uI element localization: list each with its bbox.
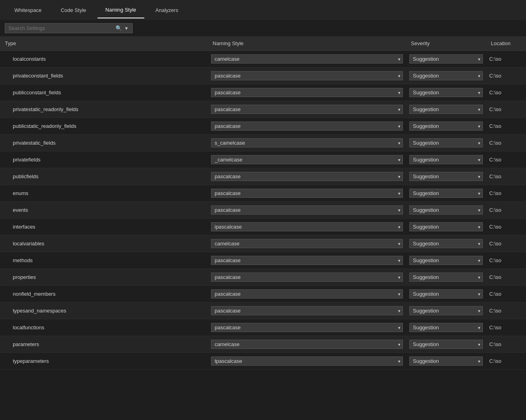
row-severity-publicstatic_readonly_fields: SuggestionWarningErrorSilentNone: [406, 120, 486, 132]
severity-select-events[interactable]: SuggestionWarningErrorSilentNone: [409, 205, 483, 215]
severity-select-localvariables[interactable]: SuggestionWarningErrorSilentNone: [409, 239, 483, 248]
header-severity: Severity: [406, 39, 486, 48]
severity-dropdown-wrapper-events: SuggestionWarningErrorSilentNone: [409, 205, 483, 215]
row-naming-typeparameters: tpascalcasecamelcasepascalcases_camelcas…: [208, 355, 406, 367]
row-location-publicstatic_readonly_fields: C:\so: [486, 121, 526, 131]
naming-dropdown-wrapper-interfaces: ipascalcasecamelcasepascalcases_camelcas…: [211, 222, 403, 231]
tab-analyzers[interactable]: Analyzers: [147, 2, 186, 18]
severity-dropdown-wrapper-localfunctions: SuggestionWarningErrorSilentNone: [409, 323, 483, 332]
table-row: privatestatic_readonly_fieldspascalcasec…: [0, 101, 526, 118]
severity-select-publicfields[interactable]: SuggestionWarningErrorSilentNone: [409, 172, 483, 181]
row-naming-publicfields: pascalcasecamelcases_camelcase_camelcase…: [208, 170, 406, 183]
naming-style-select-events[interactable]: pascalcasecamelcases_camelcase_camelcase…: [211, 205, 403, 215]
severity-dropdown-wrapper-parameters: SuggestionWarningErrorSilentNone: [409, 340, 483, 349]
table-row: localconstantscamelcasepascalcases_camel…: [0, 51, 526, 68]
row-naming-publicstatic_readonly_fields: pascalcasecamelcases_camelcase_camelcase…: [208, 120, 406, 132]
table-row: publicstatic_readonly_fieldspascalcaseca…: [0, 118, 526, 135]
row-naming-typesand_namespaces: pascalcasecamelcases_camelcase_camelcase…: [208, 305, 406, 317]
naming-style-select-typesand_namespaces[interactable]: pascalcasecamelcases_camelcase_camelcase…: [211, 306, 403, 315]
naming-style-select-privatestatic_fields[interactable]: s_camelcasecamelcasepascalcase_camelcase…: [211, 138, 403, 147]
row-severity-typesand_namespaces: SuggestionWarningErrorSilentNone: [406, 305, 486, 317]
row-naming-localfunctions: pascalcasecamelcases_camelcase_camelcase…: [208, 321, 406, 334]
naming-style-select-privateconstant_fields[interactable]: pascalcasecamelcases_camelcase_camelcase…: [211, 71, 403, 80]
naming-style-select-privatestatic_readonly_fields[interactable]: pascalcasecamelcases_camelcase_camelcase…: [211, 105, 403, 114]
search-input[interactable]: [8, 25, 114, 31]
naming-style-select-nonfield_members[interactable]: pascalcasecamelcases_camelcase_camelcase…: [211, 289, 403, 299]
row-location-publicfields: C:\so: [486, 172, 526, 181]
row-location-privatefields: C:\so: [486, 155, 526, 164]
tab-whitespace[interactable]: Whitespace: [6, 2, 50, 18]
severity-dropdown-wrapper-localconstants: SuggestionWarningErrorSilentNone: [409, 54, 483, 64]
row-type-privatefields: privatefields: [0, 154, 208, 165]
severity-select-publicconstant_fields[interactable]: SuggestionWarningErrorSilentNone: [409, 88, 483, 97]
naming-dropdown-wrapper-publicstatic_readonly_fields: pascalcasecamelcases_camelcase_camelcase…: [211, 121, 403, 131]
tab-code-style[interactable]: Code Style: [53, 2, 94, 18]
naming-style-select-localconstants[interactable]: camelcasepascalcases_camelcase_camelcase…: [211, 54, 403, 64]
row-location-privatestatic_readonly_fields: C:\so: [486, 105, 526, 114]
table-row: nonfield_memberspascalcasecamelcases_cam…: [0, 286, 526, 303]
severity-select-typesand_namespaces[interactable]: SuggestionWarningErrorSilentNone: [409, 306, 483, 315]
naming-dropdown-wrapper-localconstants: camelcasepascalcases_camelcase_camelcase…: [211, 54, 403, 64]
severity-dropdown-wrapper-publicconstant_fields: SuggestionWarningErrorSilentNone: [409, 88, 483, 97]
naming-dropdown-wrapper-typesand_namespaces: pascalcasecamelcases_camelcase_camelcase…: [211, 306, 403, 315]
row-severity-localconstants: SuggestionWarningErrorSilentNone: [406, 53, 486, 65]
naming-style-select-publicconstant_fields[interactable]: pascalcasecamelcases_camelcase_camelcase…: [211, 88, 403, 97]
row-type-publicconstant_fields: publicconstant_fields: [0, 87, 208, 98]
naming-style-select-localfunctions[interactable]: pascalcasecamelcases_camelcase_camelcase…: [211, 323, 403, 332]
severity-select-publicstatic_readonly_fields[interactable]: SuggestionWarningErrorSilentNone: [409, 121, 483, 131]
row-location-interfaces: C:\so: [486, 222, 526, 231]
severity-select-privatestatic_fields[interactable]: SuggestionWarningErrorSilentNone: [409, 138, 483, 147]
naming-style-select-localvariables[interactable]: camelcasepascalcases_camelcase_camelcase…: [211, 239, 403, 248]
header-naming-style: Naming Style: [208, 39, 406, 48]
severity-select-typeparameters[interactable]: SuggestionWarningErrorSilentNone: [409, 356, 483, 366]
row-naming-interfaces: ipascalcasecamelcasepascalcases_camelcas…: [208, 221, 406, 233]
severity-select-privateconstant_fields[interactable]: SuggestionWarningErrorSilentNone: [409, 71, 483, 80]
row-naming-parameters: camelcasepascalcases_camelcase_camelcase…: [208, 338, 406, 350]
severity-select-privatefields[interactable]: SuggestionWarningErrorSilentNone: [409, 155, 483, 164]
table-container: Type Naming Style Severity Location loca…: [0, 36, 526, 370]
severity-select-localfunctions[interactable]: SuggestionWarningErrorSilentNone: [409, 323, 483, 332]
naming-style-select-parameters[interactable]: camelcasepascalcases_camelcase_camelcase…: [211, 340, 403, 349]
row-location-typeparameters: C:\so: [486, 356, 526, 366]
tab-naming-style[interactable]: Naming Style: [98, 2, 144, 18]
severity-select-localconstants[interactable]: SuggestionWarningErrorSilentNone: [409, 54, 483, 64]
severity-dropdown-wrapper-typeparameters: SuggestionWarningErrorSilentNone: [409, 356, 483, 366]
naming-dropdown-wrapper-privatestatic_readonly_fields: pascalcasecamelcases_camelcase_camelcase…: [211, 105, 403, 114]
naming-dropdown-wrapper-privatestatic_fields: s_camelcasecamelcasepascalcase_camelcase…: [211, 138, 403, 147]
table-header: Type Naming Style Severity Location: [0, 36, 526, 51]
naming-style-select-interfaces[interactable]: ipascalcasecamelcasepascalcases_camelcas…: [211, 222, 403, 231]
row-naming-events: pascalcasecamelcases_camelcase_camelcase…: [208, 204, 406, 216]
table-row: privatestatic_fieldss_camelcasecamelcase…: [0, 135, 526, 151]
row-type-parameters: parameters: [0, 339, 208, 350]
row-severity-privateconstant_fields: SuggestionWarningErrorSilentNone: [406, 70, 486, 82]
row-type-localconstants: localconstants: [0, 54, 208, 64]
row-naming-nonfield_members: pascalcasecamelcases_camelcase_camelcase…: [208, 288, 406, 300]
naming-dropdown-wrapper-publicfields: pascalcasecamelcases_camelcase_camelcase…: [211, 172, 403, 181]
naming-dropdown-wrapper-privatefields: _camelcasecamelcasepascalcases_camelcase…: [211, 155, 403, 164]
tab-bar: Whitespace Code Style Naming Style Analy…: [0, 0, 526, 20]
severity-select-nonfield_members[interactable]: SuggestionWarningErrorSilentNone: [409, 289, 483, 299]
severity-select-interfaces[interactable]: SuggestionWarningErrorSilentNone: [409, 222, 483, 231]
row-location-events: C:\so: [486, 205, 526, 215]
naming-style-select-publicfields[interactable]: pascalcasecamelcases_camelcase_camelcase…: [211, 172, 403, 181]
naming-style-select-methods[interactable]: pascalcasecamelcases_camelcase_camelcase…: [211, 256, 403, 265]
naming-dropdown-wrapper-privateconstant_fields: pascalcasecamelcases_camelcase_camelcase…: [211, 71, 403, 80]
row-severity-parameters: SuggestionWarningErrorSilentNone: [406, 338, 486, 350]
search-icon-button[interactable]: 🔍: [114, 25, 123, 31]
severity-select-properties[interactable]: SuggestionWarningErrorSilentNone: [409, 273, 483, 282]
naming-style-select-enums[interactable]: pascalcasecamelcases_camelcase_camelcase…: [211, 189, 403, 198]
naming-style-select-properties[interactable]: pascalcasecamelcases_camelcase_camelcase…: [211, 273, 403, 282]
search-wrapper: 🔍 ▾: [5, 23, 133, 33]
severity-select-enums[interactable]: SuggestionWarningErrorSilentNone: [409, 189, 483, 198]
severity-select-parameters[interactable]: SuggestionWarningErrorSilentNone: [409, 340, 483, 349]
table-row: methodspascalcasecamelcases_camelcase_ca…: [0, 252, 526, 269]
search-dropdown-button[interactable]: ▾: [124, 25, 129, 31]
naming-style-select-publicstatic_readonly_fields[interactable]: pascalcasecamelcases_camelcase_camelcase…: [211, 121, 403, 131]
table-row: interfacesipascalcasecamelcasepascalcase…: [0, 219, 526, 235]
row-severity-localfunctions: SuggestionWarningErrorSilentNone: [406, 321, 486, 334]
naming-style-select-typeparameters[interactable]: tpascalcasecamelcasepascalcases_camelcas…: [211, 356, 403, 366]
naming-style-select-privatefields[interactable]: _camelcasecamelcasepascalcases_camelcase…: [211, 155, 403, 164]
search-section: 🔍 ▾: [0, 20, 526, 36]
severity-select-methods[interactable]: SuggestionWarningErrorSilentNone: [409, 256, 483, 265]
severity-select-privatestatic_readonly_fields[interactable]: SuggestionWarningErrorSilentNone: [409, 105, 483, 114]
